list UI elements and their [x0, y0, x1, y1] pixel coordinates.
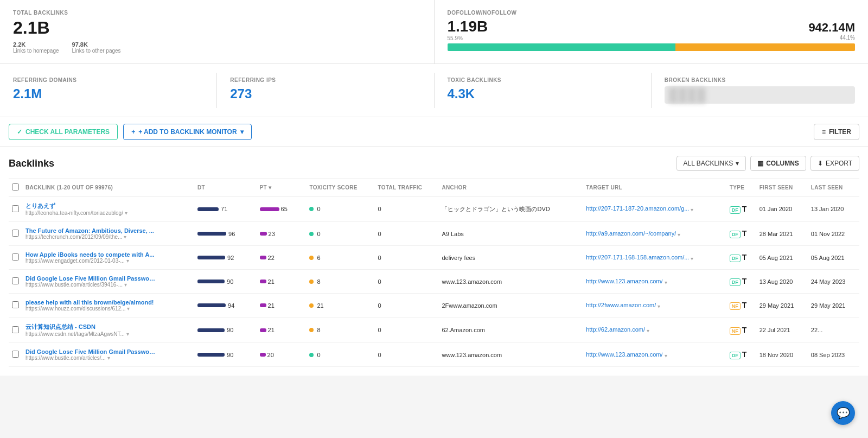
backlink-url: https://www.bustle.com/articles/39416-..…	[25, 282, 156, 288]
dropdown-arrow-icon: ▾	[240, 128, 244, 136]
dt-cell-3: 90	[194, 270, 257, 294]
backlink-title[interactable]: please help with all this brown/beige/al…	[25, 299, 156, 306]
last-seen-cell-2: 05 Aug 2021	[808, 246, 859, 270]
type-cell-5: NF T	[726, 318, 756, 343]
filter-icon: ≡	[822, 128, 826, 136]
type-cell-2: DF T	[726, 246, 756, 270]
select-all-checkbox-header[interactable]	[9, 179, 22, 196]
table-row: please help with all this brown/beige/al…	[9, 294, 859, 318]
toxic-backlinks-value: 4.3K	[448, 86, 638, 101]
backlinks-table: BACKLINK (1-20 OUT OF 99976) DT PT ▾ TOX…	[9, 179, 859, 367]
dofollow-label: DOFOLLOW/NOFOLLOW	[448, 10, 856, 16]
first-seen-cell-0: 01 Jan 2020	[756, 196, 808, 222]
col-first-seen: FIRST SEEN	[756, 179, 808, 196]
row-checkbox-3[interactable]	[9, 270, 22, 294]
col-anchor: ANCHOR	[438, 179, 583, 196]
pt-cell-6: 20	[257, 343, 307, 367]
backlink-title[interactable]: Did Google Lose Five Million Gmail Passw…	[25, 348, 156, 355]
backlinks-table-section: Backlinks ALL BACKLINKS ▾ ▦ COLUMNS ⬇ EX…	[0, 147, 868, 376]
dofollow-right-value: 942.14M	[808, 21, 855, 35]
backlink-cell-5: 云计算知识点总结 - CSDN https://www.csdn.net/tag…	[22, 318, 194, 343]
plus-icon: +	[131, 128, 135, 136]
all-backlinks-dropdown[interactable]: ALL BACKLINKS ▾	[676, 156, 746, 171]
target-url-cell-0: http://207-171-187-20.amazon.com/g... ▾	[583, 196, 726, 222]
last-seen-cell-3: 24 May 2023	[808, 270, 859, 294]
dofollow-right-pct: 44.1%	[808, 35, 855, 41]
table-row: とりあえず http://leonoha.tea-nifty.com/toria…	[9, 196, 859, 222]
col-target-url: TARGET URL	[583, 179, 726, 196]
top-stats-section: TOTAL BACKLINKS 2.1B 2.2K Links to homep…	[0, 0, 868, 64]
anchor-cell-1: A9 Labs	[438, 222, 583, 246]
anchor-cell-0: 「ヒックとドラゴン」という映画のDVD	[438, 196, 583, 222]
backlink-cell-4: please help with all this brown/beige/al…	[22, 294, 194, 318]
row-checkbox-0[interactable]	[9, 196, 22, 222]
first-seen-cell-6: 18 Nov 2020	[756, 343, 808, 367]
filter-button[interactable]: ≡ FILTER	[814, 124, 859, 140]
row-checkbox-1[interactable]	[9, 222, 22, 246]
referring-domains-value: 2.1M	[13, 86, 203, 101]
backlink-url: https://techcrunch.com/2012/09/09/the...…	[25, 234, 156, 240]
table-row: How Apple iBooks needs to compete with A…	[9, 246, 859, 270]
dofollow-left-pct: 55.9%	[448, 35, 488, 41]
anchor-cell-3: www.123.amazon.com	[438, 270, 583, 294]
type-cell-1: DF T	[726, 222, 756, 246]
last-seen-cell-1: 01 Nov 2022	[808, 222, 859, 246]
anchor-cell-5: 62.Amazon.com	[438, 318, 583, 343]
backlink-title[interactable]: とりあえず	[25, 202, 156, 210]
backlink-title[interactable]: 云计算知识点总结 - CSDN	[25, 323, 156, 331]
toxicity-cell-4: 21	[306, 294, 374, 318]
target-url-cell-2: http://207-171-168-158.amazon.com/... ▾	[583, 246, 726, 270]
row-checkbox-6[interactable]	[9, 343, 22, 367]
backlink-title[interactable]: How Apple iBooks needs to compete with A…	[25, 251, 156, 258]
columns-button[interactable]: ▦ COLUMNS	[750, 156, 806, 171]
broken-backlinks-label: BROKEN BACKLINKS	[665, 77, 855, 83]
traffic-cell-2: 0	[375, 246, 439, 270]
target-url-cell-4: http://2fwww.amazon.com/ ▾	[583, 294, 726, 318]
dofollow-right: 942.14M 44.1%	[808, 21, 855, 41]
type-cell-0: DF T	[726, 196, 756, 222]
traffic-cell-6: 0	[375, 343, 439, 367]
last-seen-cell-5: 22...	[808, 318, 859, 343]
col-total-traffic: TOTAL TRAFFIC	[375, 179, 439, 196]
row-checkbox-2[interactable]	[9, 246, 22, 270]
toolbar: ✓ CHECK ALL PARAMETERS + + ADD TO BACKLI…	[0, 117, 868, 147]
col-pt[interactable]: PT ▾	[257, 179, 307, 196]
toxic-backlinks-panel: TOXIC BACKLINKS 4.3K	[435, 73, 652, 108]
table-header-row: Backlinks ALL BACKLINKS ▾ ▦ COLUMNS ⬇ EX…	[9, 156, 859, 171]
last-seen-cell-6: 08 Sep 2023	[808, 343, 859, 367]
traffic-cell-4: 0	[375, 294, 439, 318]
toxicity-cell-6: 0	[306, 343, 374, 367]
dofollow-panel: DOFOLLOW/NOFOLLOW 1.19B 55.9% 942.14M 44…	[435, 0, 869, 64]
backlink-url: https://www.csdn.net/tags/MtzaAgwsNT... …	[25, 331, 156, 337]
backlink-url: http://leonoha.tea-nifty.com/toriaezublo…	[25, 210, 156, 216]
backlink-title[interactable]: Did Google Lose Five Million Gmail Passw…	[25, 275, 156, 282]
dofollow-left-value: 1.19B	[448, 18, 488, 35]
table-title: Backlinks	[9, 158, 54, 169]
type-cell-4: NF T	[726, 294, 756, 318]
traffic-cell-0: 0	[375, 196, 439, 222]
table-column-headers: BACKLINK (1-20 OUT OF 99976) DT PT ▾ TOX…	[9, 179, 859, 196]
backlink-cell-6: Did Google Lose Five Million Gmail Passw…	[22, 343, 194, 367]
target-url-cell-6: http://www.123.amazon.com/ ▾	[583, 343, 726, 367]
export-button[interactable]: ⬇ EXPORT	[810, 156, 859, 171]
dofollow-header: 1.19B 55.9% 942.14M 44.1%	[448, 18, 856, 41]
add-to-backlink-monitor-button[interactable]: + + ADD TO BACKLINK MONITOR ▾	[123, 124, 251, 140]
columns-icon: ▦	[757, 160, 763, 167]
target-url-cell-1: http://a9.amazon.com/~/company/ ▾	[583, 222, 726, 246]
broken-backlinks-panel: BROKEN BACKLINKS ████	[652, 73, 868, 108]
dofollow-left: 1.19B 55.9%	[448, 18, 488, 41]
row-checkbox-4[interactable]	[9, 294, 22, 318]
table-row: Did Google Lose Five Million Gmail Passw…	[9, 343, 859, 367]
referring-ips-value: 273	[230, 86, 420, 101]
pt-cell-1: 23	[257, 222, 307, 246]
toxicity-cell-0: 0	[306, 196, 374, 222]
check-all-parameters-button[interactable]: ✓ CHECK ALL PARAMETERS	[9, 124, 118, 140]
toxicity-cell-2: 6	[306, 246, 374, 270]
table-controls: ALL BACKLINKS ▾ ▦ COLUMNS ⬇ EXPORT	[676, 156, 859, 171]
backlink-title[interactable]: The Future of Amazon: Ambitious, Diverse…	[25, 227, 156, 234]
export-icon: ⬇	[818, 160, 823, 167]
row-checkbox-5[interactable]	[9, 318, 22, 343]
toxic-backlinks-label: TOXIC BACKLINKS	[448, 77, 638, 83]
anchor-cell-6: www.123.amazon.com	[438, 343, 583, 367]
links-other: 97.8K Links to other pages	[72, 41, 121, 54]
